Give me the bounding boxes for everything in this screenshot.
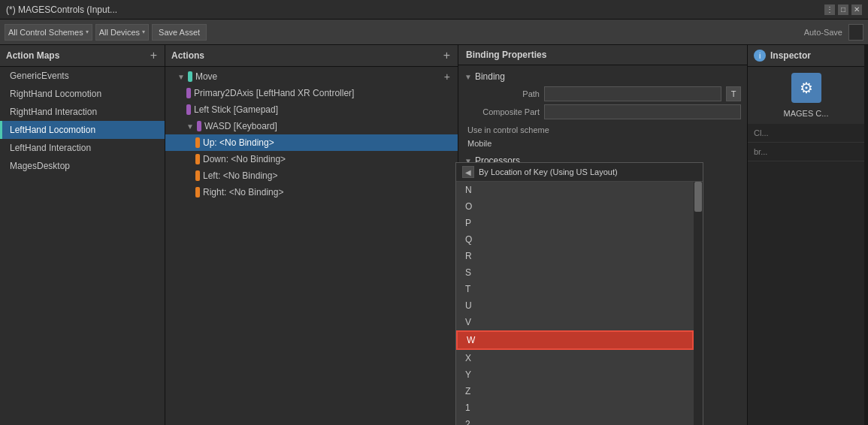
autosave-label: Auto-Save [804, 28, 842, 37]
dropdown-item-w[interactable]: W [456, 330, 694, 350]
dropdown-item-t[interactable]: T [456, 281, 694, 297]
binding-color-dot [195, 187, 200, 197]
path-label: Path [464, 89, 540, 98]
dropdown-item-1[interactable]: 1 [456, 399, 694, 416]
actions-tree: ▼ Move + Primary2DAxis [LeftHand XR Cont… [165, 67, 458, 425]
right-extra-panel: Cl... br... [748, 124, 864, 425]
title-bar-left: (*) MAGESControls (Input... [6, 5, 117, 15]
composite-part-input[interactable] [544, 104, 741, 119]
dropdown-item-v[interactable]: V [456, 314, 694, 330]
devices-label: All Devices [99, 28, 140, 37]
binding-color-dot [197, 121, 201, 131]
scheme-item-mobile: Mobile [464, 137, 741, 149]
add-action-map-button[interactable]: + [149, 50, 159, 62]
search-input[interactable] [848, 24, 863, 41]
binding-properties-panel: Binding Properties ▼ Binding Path T Comp… [458, 45, 748, 425]
dropdown-item-2[interactable]: 2 [456, 416, 694, 425]
dropdown-back-button[interactable]: ◀ [462, 166, 474, 178]
tree-item-primary2daxis[interactable]: Primary2DAxis [LeftHand XR Controller] [165, 85, 458, 101]
composite-part-field-row: Composite Part [464, 104, 741, 119]
action-maps-list: GenericEvents RightHand Locomotion Right… [0, 67, 165, 425]
tree-arrow-icon: ▼ [186, 122, 194, 131]
action-maps-title: Action Maps [6, 50, 59, 61]
tree-item-leftstick[interactable]: Left Stick [Gamepad] [165, 101, 458, 118]
action-map-item[interactable]: LeftHand Interaction [0, 139, 165, 157]
control-schemes-chevron-icon: ▾ [86, 29, 89, 35]
action-map-item[interactable]: LeftHand Locomotion [0, 121, 165, 139]
dropdown-scrollbar[interactable] [694, 182, 703, 425]
actions-title: Actions [171, 50, 204, 61]
toolbar: All Control Schemes ▾ All Devices ▾ Save… [0, 20, 868, 45]
dropdown-item-q[interactable]: Q [456, 231, 694, 248]
dropdown-header-label: By Location of Key (Using US Layout) [479, 167, 618, 176]
action-map-item[interactable]: RightHand Locomotion [0, 85, 165, 103]
title-bar: (*) MAGESControls (Input... ⋮ □ ✕ [0, 0, 868, 20]
dropdown-item-p[interactable]: P [456, 215, 694, 231]
dropdown-list: N O P Q R S T U V W X Y Z 1 2 3 [456, 182, 694, 425]
dropdown-item-o[interactable]: O [456, 198, 694, 215]
actions-header: Actions + [165, 45, 458, 67]
composite-part-label: Composite Part [464, 107, 540, 116]
devices-chevron-icon: ▾ [142, 29, 145, 35]
main-layout: Action Maps + GenericEvents RightHand Lo… [0, 45, 868, 425]
binding-color-dot [186, 104, 191, 115]
dropdown-item-r[interactable]: R [456, 248, 694, 264]
maximize-btn[interactable]: □ [838, 5, 848, 15]
control-schemes-dropdown[interactable]: All Control Schemes ▾ [5, 24, 92, 41]
dropdown-item-y[interactable]: Y [456, 366, 694, 383]
control-schemes-label: All Control Schemes [8, 28, 83, 37]
devices-dropdown[interactable]: All Devices ▾ [95, 24, 149, 41]
dropdown-item-s[interactable]: S [456, 264, 694, 281]
action-maps-header: Action Maps + [0, 45, 165, 67]
section-collapse-icon[interactable]: ▼ [464, 73, 472, 81]
binding-color-dot [186, 88, 191, 98]
inspector-asset-icon: ⚙ [791, 73, 821, 103]
right-extra-item-1: Cl... [748, 124, 864, 143]
dropdown-item-u[interactable]: U [456, 297, 694, 314]
right-extra-item-2: br... [748, 143, 864, 161]
right-side-panel: i Inspector ⚙ MAGES C... Cl... br... [748, 45, 864, 425]
tree-item-wasd[interactable]: ▼ WASD [Keyboard] [165, 118, 458, 134]
binding-color-dot [195, 170, 200, 181]
inspector-panel: i Inspector ⚙ MAGES C... [748, 45, 864, 124]
scrollbar-thumb [694, 182, 702, 212]
action-map-item[interactable]: RightHand Interaction [0, 103, 165, 121]
actions-header-buttons: + [442, 50, 452, 62]
binding-color-dot [195, 154, 200, 164]
path-field-row: Path T [464, 86, 741, 101]
action-map-item[interactable]: GenericEvents [0, 67, 165, 85]
title-bar-controls[interactable]: ⋮ □ ✕ [824, 5, 862, 15]
dropdown-header: ◀ By Location of Key (Using US Layout) [456, 163, 703, 182]
inspector-header: i Inspector [748, 45, 864, 67]
add-action-button[interactable]: + [442, 50, 452, 62]
inspector-icon: i [754, 50, 766, 62]
action-color-dot [188, 71, 192, 82]
tree-item-up[interactable]: Up: <No Binding> [165, 134, 458, 151]
tree-item-left[interactable]: Left: <No Binding> [165, 167, 458, 184]
add-binding-button[interactable]: + [443, 71, 452, 82]
inspector-title: Inspector [770, 50, 811, 61]
actions-panel: Actions + ▼ Move + Primary2DAxis [LeftHa… [165, 45, 458, 425]
save-asset-button[interactable]: Save Asset [152, 24, 207, 41]
title-bar-title: (*) MAGESControls (Input... [6, 5, 117, 15]
action-map-item[interactable]: MagesDesktop [0, 157, 165, 175]
path-input[interactable] [544, 86, 721, 101]
dropdown-item-z[interactable]: Z [456, 383, 694, 399]
scrollbar-track [694, 182, 703, 425]
use-in-scheme-label: Use in control scheme [464, 125, 741, 134]
path-t-button[interactable]: T [726, 86, 741, 101]
inspector-body: ⚙ MAGES C... [748, 67, 864, 124]
dropdown-scrollbar-area: N O P Q R S T U V W X Y Z 1 2 3 [456, 182, 703, 425]
tree-item-down[interactable]: Down: <No Binding> [165, 151, 458, 167]
path-dropdown: ◀ By Location of Key (Using US Layout) N… [455, 162, 703, 425]
binding-color-dot [195, 137, 200, 148]
inspector-asset-name: MAGES C... [784, 109, 829, 118]
action-maps-panel: Action Maps + GenericEvents RightHand Lo… [0, 45, 165, 425]
dropdown-item-x[interactable]: X [456, 350, 694, 366]
tree-item-move[interactable]: ▼ Move + [165, 68, 458, 85]
tree-arrow-icon: ▼ [177, 73, 185, 81]
close-btn[interactable]: ✕ [851, 5, 862, 15]
more-options-btn[interactable]: ⋮ [824, 5, 835, 15]
dropdown-item-n[interactable]: N [456, 182, 694, 198]
tree-item-right[interactable]: Right: <No Binding> [165, 184, 458, 200]
